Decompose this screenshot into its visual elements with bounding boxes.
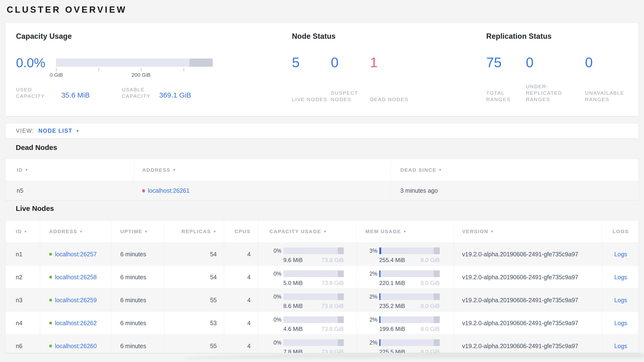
usage-percent-label: 2% (366, 271, 378, 277)
node-address-link[interactable]: localhost:26257 (55, 251, 97, 258)
column-header-uptime[interactable]: UPTIME▼ (111, 221, 164, 242)
capacity-usage-title: Capacity Usage (16, 32, 213, 41)
capacity-bar: 0 GiB 200 GiB (56, 59, 213, 78)
node-version-cell: v19.2.0-alpha.20190606-2491-gfe735c9a97 (454, 311, 602, 334)
usage-total-value: 8.0 GiB (420, 326, 440, 332)
column-header-id[interactable]: ID▼ (6, 221, 40, 242)
usage-bar-fill (379, 339, 380, 346)
usage-used-value: 235.2 MiB (379, 303, 405, 309)
used-capacity-value: 35.6 MiB (61, 92, 90, 99)
usage-bar-track (379, 293, 440, 300)
logs-link[interactable]: Logs (614, 320, 627, 327)
column-header-mem-usage[interactable]: MEM USAGE▼ (357, 221, 454, 242)
usage-bar-dark-segment (434, 339, 440, 346)
node_status-stat-1: 0SUSPECT NODES (331, 56, 370, 103)
node-id-cell-text: n1 (16, 251, 22, 258)
usage-total-value: 73.8 GiB (322, 303, 344, 309)
dead-status-dot-icon (142, 189, 145, 193)
live-status-dot-icon (49, 322, 52, 324)
sort-arrow-icon[interactable]: ▼ (145, 230, 148, 233)
usage-bar-dark-segment (338, 293, 344, 300)
node-address-cell: localhost:26259 (40, 289, 111, 311)
stat-value: 0 (585, 56, 639, 69)
node-cpus-cell-text: 4 (247, 320, 251, 327)
node-address-link[interactable]: localhost:26262 (55, 320, 97, 327)
view-dropdown[interactable]: NODE LIST (38, 128, 72, 134)
stat-label: SUSPECT NODES (331, 90, 370, 103)
usage-percent-label: 3% (366, 248, 378, 254)
node-address-cell: localhost:26260 (40, 334, 111, 353)
node-logs-cell: Logs (602, 266, 639, 288)
usage-used-value: 5.0 MiB (283, 280, 303, 286)
mem-usage-cell: 3%255.4 MiB8.0 GiB (357, 243, 454, 265)
node-address-link[interactable]: localhost:26261 (148, 187, 190, 194)
dead-node-row: n5localhost:262613 minutes ago (6, 181, 638, 200)
column-header-address[interactable]: ADDRESS▼ (134, 159, 390, 181)
node-cpus-cell: 4 (224, 311, 258, 334)
usage-used-value: 225.5 MiB (379, 349, 405, 353)
node-address-link[interactable]: localhost:26258 (55, 274, 97, 281)
node_status-stat-2: 1DEAD NODES (370, 56, 414, 103)
cluster-summary-card: Capacity Usage 0.0% 0 GiB 200 Gi (5, 23, 639, 116)
sort-arrow-icon[interactable]: ▼ (403, 230, 407, 233)
usage-used-value: 255.4 MiB (379, 257, 405, 264)
live-node-row: n2localhost:262586 minutes5440%5.0 MiB73… (6, 266, 638, 289)
usage-total-value: 8.0 GiB (420, 303, 440, 309)
node-id-cell: n4 (6, 311, 40, 334)
usable-capacity-stat: USABLE CAPACITY 369.1 GiB (122, 86, 191, 99)
column-header-version[interactable]: VERSION▼ (454, 221, 602, 242)
usage-percent-label: 0% (270, 317, 282, 323)
node-uptime-cell-text: 6 minutes (120, 251, 146, 258)
logs-link[interactable]: Logs (614, 343, 627, 349)
node-uptime-cell: 6 minutes (111, 289, 164, 311)
sort-arrow-icon[interactable]: ▼ (439, 168, 442, 172)
usage-percent-label: 2% (366, 294, 378, 300)
column-header-replicas[interactable]: REPLICAS▼ (164, 221, 224, 242)
sort-arrow-icon[interactable]: ▼ (24, 230, 28, 233)
logs-link[interactable]: Logs (614, 297, 627, 304)
live-nodes-header-row: ID▼ADDRESS▼UPTIME▼REPLICAS▼CPUSCAPACITY … (6, 221, 638, 243)
usage-percent-label: 2% (366, 317, 378, 323)
capacity-percent: 0.0% (16, 56, 56, 69)
sort-arrow-icon[interactable]: ▼ (213, 230, 217, 233)
usage-bar-dark-segment (338, 270, 344, 277)
node-replicas-cell: 54 (164, 266, 224, 288)
node-version-cell-text: v19.2.0-alpha.20190606-2491-gfe735c9a97 (462, 274, 578, 281)
usage-percent-label: 0% (270, 294, 282, 300)
usage-used-value: 4.6 MiB (283, 326, 303, 332)
logs-link[interactable]: Logs (614, 251, 627, 258)
page-title: CLUSTER OVERVIEW (7, 5, 127, 15)
logs-link[interactable]: Logs (614, 274, 627, 281)
usage-percent-label: 2% (366, 339, 378, 346)
node-address-cell: localhost:26261 (134, 181, 390, 200)
chevron-down-icon[interactable]: ▼ (76, 129, 80, 133)
column-header-dead-since[interactable]: DEAD SINCE▼ (390, 159, 639, 181)
cluster-overview-page: CLUSTER OVERVIEW Capacity Usage 0.0% (0, 0, 644, 362)
node-status-title: Node Status (292, 32, 414, 41)
replication-status-section: Replication Status 75TOTAL RANGES0UNDER-… (486, 32, 639, 103)
column-header-capacity-usage[interactable]: CAPACITY USAGE▼ (258, 221, 357, 242)
sort-arrow-icon[interactable]: ▼ (324, 230, 327, 233)
node-address-link[interactable]: localhost:26260 (55, 343, 97, 349)
node-logs-cell: Logs (602, 311, 639, 334)
sort-arrow-icon[interactable]: ▼ (25, 168, 28, 172)
stat-value: 0 (331, 56, 370, 69)
usage-total-value: 8.0 GiB (420, 349, 440, 353)
sort-arrow-icon[interactable]: ▼ (490, 230, 494, 233)
column-header-label: LOGS (612, 229, 629, 234)
axis-tick-label-0: 0 GiB (50, 72, 63, 78)
column-header-label: ADDRESS (49, 229, 77, 234)
node-id-cell-text: n4 (16, 320, 22, 327)
sort-arrow-icon[interactable]: ▼ (80, 230, 83, 233)
column-header-id[interactable]: ID▼ (6, 159, 134, 181)
capacity-bar-dark-segment (190, 59, 213, 67)
node-address-cell: localhost:26257 (40, 243, 111, 265)
node-address-link[interactable]: localhost:26259 (55, 297, 97, 304)
replication-stat-2: 0UNAVAILABLE RANGES (585, 56, 639, 103)
node-version-cell: v19.2.0-alpha.20190606-2491-gfe735c9a97 (454, 289, 602, 311)
sort-arrow-icon[interactable]: ▼ (172, 168, 176, 172)
capacity-bar-track (56, 59, 213, 67)
replication-stat-1: 0UNDER-REPLICATED RANGES (526, 56, 585, 103)
node-replicas-cell-text: 54 (210, 251, 217, 258)
column-header-address[interactable]: ADDRESS▼ (40, 221, 111, 242)
